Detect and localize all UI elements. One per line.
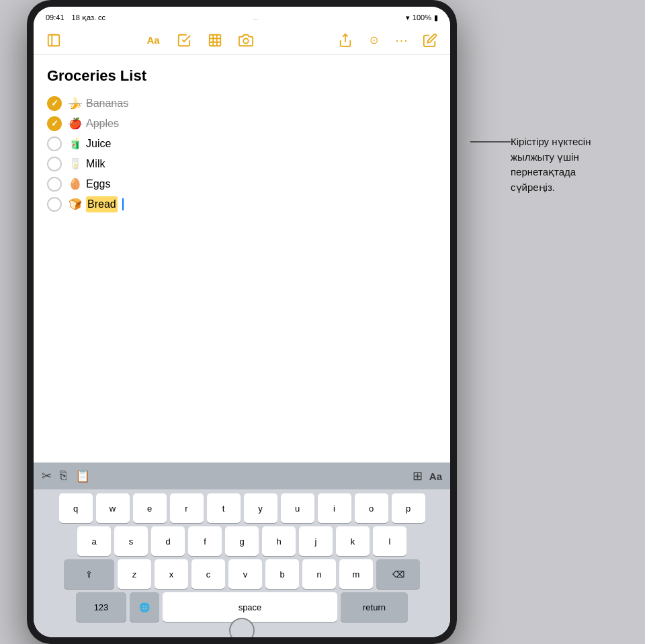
label-juice: Juice [86,136,111,152]
notes-toolbar: Aa [34,26,450,55]
key-o[interactable]: o [355,493,388,523]
key-m[interactable]: m [339,559,373,589]
svg-point-7 [243,38,248,43]
key-numbers[interactable]: 123 [76,592,126,622]
list-item: 🥚 Eggs [47,176,437,192]
key-d[interactable]: d [151,526,185,556]
camera-button[interactable] [236,31,255,50]
keyboard-rows: q w e r t y u i o p a s [34,489,450,627]
callout-line [470,141,511,143]
more-button[interactable]: ··· [392,31,411,50]
label-eggs: Eggs [86,176,110,192]
label-bananas: Bananas [86,95,128,112]
check-bananas[interactable] [47,96,62,111]
keyboard-area: ✂ ⎘ 📋 ⊞ Aa q w e r [34,462,450,637]
wifi-icon: ▾ [406,13,410,22]
share-button[interactable] [336,31,355,50]
svg-rect-2 [210,34,221,46]
key-v[interactable]: v [228,559,262,589]
text-cursor [122,198,124,210]
check-milk[interactable] [47,157,62,171]
keyboard-row-3: ⇧ z x c v b n m ⌫ [36,559,447,589]
status-dots: ... [253,13,259,22]
keyboard-toolbar: ✂ ⎘ 📋 ⊞ Aa [34,462,450,489]
key-h[interactable]: h [262,526,296,556]
check-apples[interactable] [47,116,62,131]
emoji-juice: 🧃 [69,136,82,152]
key-z[interactable]: z [118,559,151,589]
note-content-area[interactable]: Groceries List 🍌 Bananas 🍎 Apples [34,55,450,462]
key-shift[interactable]: ⇧ [64,559,114,589]
key-p[interactable]: p [392,493,425,523]
key-y[interactable]: y [244,493,277,523]
key-space[interactable]: space [163,592,337,622]
label-bread: Bread [86,196,118,212]
label-milk: Milk [86,156,105,172]
label-apples: Apples [86,116,119,132]
list-item: 🥛 Milk [47,156,437,172]
key-g[interactable]: g [225,526,259,556]
key-t[interactable]: t [207,493,241,523]
key-emoji[interactable]: 🌐 [130,592,159,622]
format-button[interactable]: Aa [144,31,163,50]
compose-button[interactable] [421,31,439,50]
emoji-eggs: 🥚 [69,176,82,192]
table-toolbar-icon[interactable]: ⊞ [413,469,423,483]
key-a[interactable]: a [77,526,111,556]
key-c[interactable]: c [191,559,225,589]
key-l[interactable]: l [373,526,406,556]
status-date: 18 қаз. сс [72,13,105,22]
key-q[interactable]: q [59,493,93,523]
key-x[interactable]: x [155,559,188,589]
key-n[interactable]: n [302,559,336,589]
checklist-button[interactable] [175,31,194,50]
key-e[interactable]: e [133,493,167,523]
list-item: 🧃 Juice [47,136,437,152]
list-item: 🍎 Apples [47,116,437,132]
key-w[interactable]: w [96,493,130,523]
list-item: 🍞 Bread [47,196,437,212]
format-toolbar-label[interactable]: Aa [429,471,442,482]
table-button[interactable] [206,31,224,50]
check-juice[interactable] [47,136,62,151]
key-j[interactable]: j [299,526,333,556]
emoji-apples: 🍎 [69,116,82,132]
paste-icon[interactable]: 📋 [75,469,90,483]
keyboard-row-2: a s d f g h j k l [36,526,447,556]
emoji-milk: 🥛 [69,156,82,172]
battery-label: 100% [413,13,431,22]
ipad-device: 09:41 18 қаз. сс ... ▾ 100% ▮ [27,0,457,644]
find-button[interactable]: ⊙ [364,31,383,50]
emoji-bananas: 🍌 [69,95,82,112]
key-b[interactable]: b [265,559,299,589]
cut-icon[interactable]: ✂ [42,469,52,483]
copy-icon[interactable]: ⎘ [60,469,67,483]
key-delete[interactable]: ⌫ [376,559,420,589]
key-i[interactable]: i [318,493,351,523]
keyboard-row-1: q w e r t y u i o p [36,493,447,523]
status-bar: 09:41 18 қаз. сс ... ▾ 100% ▮ [34,7,450,26]
key-r[interactable]: r [170,493,204,523]
status-time-date: 09:41 18 қаз. сс [46,13,105,22]
callout: Кірістіру нүктесін жылжыту үшін пернетақ… [470,134,618,195]
key-return[interactable]: return [341,592,408,622]
key-k[interactable]: k [336,526,370,556]
list-item: 🍌 Bananas [47,95,437,112]
check-bread[interactable] [47,197,62,212]
ipad-screen: 09:41 18 қаз. сс ... ▾ 100% ▮ [34,7,450,637]
battery-icon: ▮ [434,13,438,22]
status-indicators: ▾ 100% ▮ [406,13,438,22]
check-eggs[interactable] [47,177,62,192]
status-time: 09:41 [46,13,64,22]
key-s[interactable]: s [114,526,148,556]
home-bar-area [34,627,450,637]
emoji-bread: 🍞 [69,196,82,212]
callout-text: Кірістіру нүктесін жылжыту үшін пернетақ… [511,134,618,195]
note-title: Groceries List [47,67,437,85]
key-f[interactable]: f [188,526,222,556]
svg-rect-0 [48,34,60,46]
key-u[interactable]: u [281,493,314,523]
sidebar-button[interactable] [44,31,63,50]
